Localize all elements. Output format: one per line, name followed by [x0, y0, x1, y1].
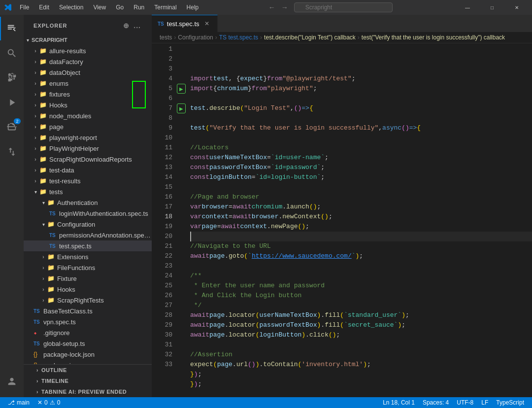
activity-run-debug[interactable]: [0, 91, 24, 114]
status-spaces[interactable]: Spaces: 4: [419, 399, 453, 406]
status-language[interactable]: TypeScript: [492, 399, 528, 406]
list-item[interactable]: TSloginWithAuthentication.spec.ts: [24, 208, 152, 219]
line-number: 33: [152, 360, 172, 370]
sidebar-item-authentication[interactable]: ▾📁Authentication: [24, 197, 152, 208]
tab-test-spec[interactable]: TS test.spec.ts ✕: [152, 15, 218, 32]
menu-run[interactable]: Run: [130, 3, 148, 12]
list-item[interactable]: ›📁ScrapRightTests: [24, 295, 152, 306]
menu-edit[interactable]: Edit: [35, 3, 53, 12]
tabnine-section[interactable]: › TABNINE AI: PREVIEW ENDED: [24, 386, 152, 397]
sidebar-root-item[interactable]: ▾ SCRAPRIGHT: [24, 34, 152, 45]
line-number: 23: [152, 261, 172, 271]
line-number: 5: [152, 84, 172, 94]
activity-bar: 2: [0, 15, 24, 397]
list-item[interactable]: ›📁test-results: [24, 175, 152, 186]
sidebar-tree: ▾ SCRAPRIGHT ›📁allure-results ›📁dataFact…: [24, 34, 152, 364]
activity-extensions[interactable]: 2: [0, 115, 24, 139]
status-warnings-count: 0: [57, 399, 61, 406]
sidebar-new-file-icon[interactable]: ⊕: [122, 21, 131, 31]
code-line: });: [190, 379, 532, 389]
window-controls: — □ ✕: [456, 0, 528, 15]
list-item[interactable]: ›📁dataObject: [24, 67, 152, 78]
activity-search[interactable]: [0, 41, 24, 65]
breadcrumb-tests[interactable]: tests: [160, 34, 172, 41]
line-number: 10: [152, 133, 172, 143]
tab-bar: TS test.spec.ts ✕: [152, 15, 532, 32]
activity-source-control[interactable]: [0, 66, 24, 90]
timeline-section[interactable]: › TIMELINE: [24, 375, 152, 386]
global-search-input[interactable]: [294, 2, 393, 12]
list-item[interactable]: ⬥.gitignore: [24, 327, 152, 338]
code-line: * And Click the Login button: [190, 291, 532, 301]
activity-explorer[interactable]: [0, 17, 24, 40]
list-item[interactable]: TSvpn.spec.ts: [24, 316, 152, 327]
nav-back-button[interactable]: ←: [266, 2, 277, 12]
run-test-button[interactable]: ▶: [177, 103, 186, 113]
menu-selection[interactable]: Selection: [55, 3, 87, 12]
outline-section[interactable]: › OUTLINE: [24, 365, 152, 375]
minimize-button[interactable]: —: [456, 0, 479, 15]
breadcrumb-describe[interactable]: test.describe("Login Test") callback: [264, 34, 356, 41]
list-item[interactable]: ›📁fixtures: [24, 89, 152, 100]
sidebar-item-tests[interactable]: ▾📁tests: [24, 186, 152, 197]
list-item[interactable]: ›📁Hooks: [24, 100, 152, 110]
list-item[interactable]: ›📁allure-results: [24, 45, 152, 56]
list-item[interactable]: ›📁playwright-report: [24, 132, 152, 143]
code-line: //Assertion: [190, 350, 532, 360]
list-item[interactable]: ›📁Fixture: [24, 273, 152, 284]
list-item[interactable]: ›📁PlayWrightHelper: [24, 143, 152, 154]
line-number: 16: [152, 192, 172, 202]
close-button[interactable]: ✕: [505, 0, 528, 15]
sidebar-bottom: › OUTLINE › TIMELINE › TABNINE AI: PREVI…: [24, 364, 152, 397]
sidebar-item-configuration[interactable]: ▾📁Configuration: [24, 219, 152, 230]
menu-bar[interactable]: File Edit Selection View Go Run Terminal…: [16, 3, 202, 12]
nav-arrows: ← →: [266, 2, 290, 12]
run-button-slot: [176, 143, 186, 153]
status-position[interactable]: Ln 18, Col 1: [379, 399, 419, 406]
code-line: //Locators: [190, 143, 532, 153]
list-item[interactable]: ›📁page: [24, 121, 152, 132]
list-item[interactable]: {}package.json: [24, 360, 152, 364]
list-item[interactable]: TSBaseTestClass.ts: [24, 306, 152, 316]
status-errors[interactable]: ✕ 0 ⚠ 0: [33, 397, 64, 408]
tab-close-button[interactable]: ✕: [202, 19, 211, 28]
code-line: expect(page.url()).toContain('inventory.…: [190, 360, 532, 370]
list-item[interactable]: ›📁node_modules: [24, 110, 152, 121]
list-item[interactable]: ›📁ScrapRightDownloadReports: [24, 154, 152, 165]
nav-forward-button[interactable]: →: [279, 2, 290, 12]
run-button-slot: [176, 310, 186, 320]
status-line-ending[interactable]: LF: [477, 399, 492, 406]
menu-help[interactable]: Help: [183, 3, 203, 12]
list-item[interactable]: {}package-lock.json: [24, 349, 152, 360]
code-line: await page.locator(userNameTextBox).fill…: [190, 310, 532, 320]
menu-view[interactable]: View: [89, 3, 110, 12]
maximize-button[interactable]: □: [481, 0, 503, 15]
list-item[interactable]: ›📁FileFunctions: [24, 262, 152, 273]
breadcrumb-file[interactable]: TS test.spec.ts: [219, 34, 258, 41]
tabnine-label: TABNINE AI: PREVIEW ENDED: [41, 389, 127, 395]
status-branch[interactable]: ⎇ main: [4, 397, 33, 408]
run-describe-button[interactable]: ▶: [177, 84, 186, 94]
code-editor[interactable]: import test, { expect } from "@playwrigh…: [186, 43, 532, 397]
activity-account[interactable]: [0, 370, 24, 393]
menu-file[interactable]: File: [16, 3, 33, 12]
sidebar-item-test-spec[interactable]: TStest.spec.ts: [24, 240, 152, 251]
menu-go[interactable]: Go: [112, 3, 128, 12]
run-button-slot: [176, 291, 186, 301]
list-item[interactable]: ›📁dataFactory: [24, 56, 152, 67]
status-encoding[interactable]: UTF-8: [453, 399, 477, 406]
activity-testing[interactable]: [0, 140, 24, 164]
sidebar-header-icons: ⊕ ...: [122, 21, 142, 31]
sidebar-more-options-icon[interactable]: ...: [133, 21, 142, 31]
code-line: [190, 340, 532, 350]
breadcrumb-test[interactable]: test("Verify that the user is login succ…: [362, 34, 505, 41]
list-item[interactable]: ›📁Hooks: [24, 284, 152, 295]
list-item[interactable]: ›📁Extensions: [24, 251, 152, 262]
list-item[interactable]: ›📁enums: [24, 78, 152, 89]
breadcrumb-configuration[interactable]: Configuration: [178, 34, 213, 41]
code-line: await page.goto(`https://www.saucedemo.c…: [190, 251, 532, 261]
list-item[interactable]: TSpermissionAndAnnotation.spec.ts: [24, 230, 152, 240]
list-item[interactable]: TSglobal-setup.ts: [24, 338, 152, 349]
list-item[interactable]: ›📁test-data: [24, 165, 152, 175]
menu-terminal[interactable]: Terminal: [150, 3, 180, 12]
